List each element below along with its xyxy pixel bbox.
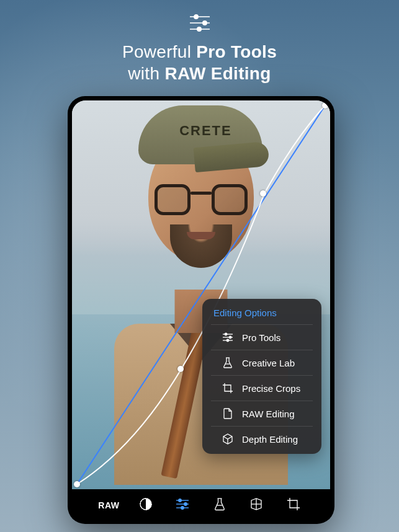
promo-headline: Powerful Pro Tools with RAW Editing bbox=[0, 41, 399, 84]
crop-icon bbox=[287, 497, 300, 513]
curve-handle[interactable] bbox=[74, 481, 80, 487]
svg-point-19 bbox=[179, 499, 181, 502]
flask-icon bbox=[222, 357, 233, 368]
popup-item-label: Creative Lab bbox=[242, 358, 295, 368]
svg-point-5 bbox=[197, 27, 200, 31]
svg-point-21 bbox=[184, 503, 187, 505]
headline-1b: Pro Tools bbox=[196, 42, 277, 61]
flask-icon bbox=[214, 497, 225, 513]
toolbar-flask[interactable] bbox=[207, 493, 232, 518]
headline-1a: Powerful bbox=[122, 42, 196, 61]
depth-grid-icon bbox=[249, 497, 263, 513]
svg-point-8 bbox=[225, 333, 227, 335]
svg-point-12 bbox=[226, 339, 229, 342]
svg-point-10 bbox=[229, 336, 231, 339]
sliders-icon bbox=[189, 14, 211, 35]
popup-item-label: Pro Tools bbox=[242, 332, 280, 343]
popup-item-label: RAW Editing bbox=[242, 409, 294, 419]
svg-point-23 bbox=[181, 507, 184, 509]
file-icon bbox=[222, 408, 233, 419]
svg-point-3 bbox=[202, 21, 206, 25]
headline-2a: with bbox=[128, 64, 164, 83]
device-frame: CRETE Editing Options bbox=[68, 96, 334, 524]
photo-canvas[interactable]: CRETE Editing Options bbox=[72, 100, 330, 489]
raw-label: RAW bbox=[98, 500, 119, 510]
curve-handle[interactable] bbox=[260, 190, 266, 197]
bottom-toolbar: RAW bbox=[72, 491, 330, 520]
popup-item-precise-crops[interactable]: Precise Crops bbox=[211, 375, 313, 401]
headline-2b: RAW Editing bbox=[164, 64, 271, 83]
toolbar-contrast[interactable] bbox=[133, 493, 158, 518]
svg-point-1 bbox=[194, 15, 197, 19]
cap-text: CRETE bbox=[179, 123, 232, 139]
toolbar-sliders[interactable] bbox=[170, 493, 195, 518]
toolbar-crop[interactable] bbox=[281, 493, 306, 518]
popup-item-depth-editing[interactable]: Depth Editing bbox=[211, 426, 313, 451]
curve-handle[interactable] bbox=[322, 102, 328, 109]
toolbar-raw[interactable]: RAW bbox=[96, 493, 121, 518]
crop-icon bbox=[222, 383, 233, 394]
toolbar-depth[interactable] bbox=[244, 493, 269, 518]
curve-handle[interactable] bbox=[177, 366, 184, 372]
sliders-icon bbox=[176, 498, 189, 513]
editing-options-popup: Editing Options Pro Tools bbox=[202, 299, 321, 454]
popup-item-pro-tools[interactable]: Pro Tools bbox=[211, 324, 313, 350]
promo-header: Powerful Pro Tools with RAW Editing bbox=[0, 0, 399, 84]
popup-item-label: Depth Editing bbox=[242, 434, 298, 445]
popup-item-raw-editing[interactable]: RAW Editing bbox=[211, 401, 313, 426]
sliders-icon bbox=[222, 332, 233, 343]
cube-icon bbox=[222, 433, 233, 445]
popup-item-label: Precise Crops bbox=[242, 383, 300, 394]
half-circle-icon bbox=[139, 497, 153, 513]
photo-subject: CRETE bbox=[148, 131, 254, 262]
popup-title: Editing Options bbox=[202, 306, 321, 324]
popup-item-creative-lab[interactable]: Creative Lab bbox=[211, 350, 313, 375]
